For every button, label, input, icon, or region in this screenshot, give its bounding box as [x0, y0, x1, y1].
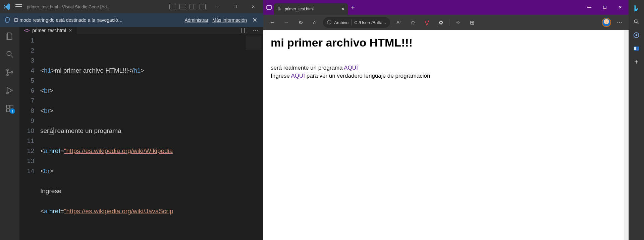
- line-no: 13: [19, 156, 34, 166]
- new-tab-button[interactable]: +: [348, 2, 358, 12]
- text: para ver un verdadero lenguaje de progra…: [305, 73, 430, 79]
- line-no: 7: [19, 96, 34, 106]
- line-no: 5: [19, 76, 34, 86]
- tab-close-icon[interactable]: ✕: [341, 7, 344, 11]
- vscode-logo-icon: [3, 3, 11, 11]
- line-no: 3: [19, 56, 34, 66]
- line-no: 10: [19, 126, 34, 136]
- favorite-button[interactable]: ✩: [407, 17, 418, 28]
- editor-tab[interactable]: <> primer_test.html ✕: [19, 27, 77, 34]
- titlebar-left: primer_test.html - Visual Studio Code [A…: [3, 3, 110, 11]
- page-scrollbar[interactable]: [624, 30, 629, 240]
- outlook-icon[interactable]: O: [632, 44, 641, 53]
- layout-bottom-icon[interactable]: [179, 4, 186, 9]
- svg-rect-8: [267, 5, 271, 9]
- line-no: 11: [19, 136, 34, 146]
- edge-toolbar: ← → ↻ ⌂ ⓘ Archivo C:/Users/Balta... A⁾ ✩…: [263, 15, 629, 30]
- url-type-label: Archivo: [334, 20, 348, 25]
- forward-button[interactable]: →: [281, 17, 292, 28]
- source-control-icon[interactable]: [5, 68, 14, 77]
- minimap[interactable]: [244, 34, 263, 240]
- tab-close-icon[interactable]: ✕: [69, 28, 72, 33]
- extensions-icon[interactable]: 1: [5, 104, 14, 113]
- link-aqui-2[interactable]: AQUÍ: [291, 73, 305, 79]
- run-debug-icon[interactable]: [5, 86, 14, 95]
- page-heading: mi primer archivo HTML!!!: [271, 36, 616, 49]
- vscode-main: 1 <> primer_test.html ✕ ⋯ ›Desktop ›one-…: [0, 27, 263, 240]
- svg-rect-5: [6, 105, 9, 108]
- edge-sidebar: O +: [629, 0, 644, 240]
- refresh-button[interactable]: ↻: [295, 17, 306, 28]
- svg-text:O: O: [635, 48, 636, 50]
- svg-rect-7: [6, 109, 9, 112]
- svg-point-0: [7, 51, 11, 56]
- divider: [449, 19, 449, 26]
- page-line-2: Ingrese AQUÍ para ver un verdadero lengu…: [271, 72, 616, 80]
- layout-grid-icon[interactable]: [200, 4, 206, 9]
- layout-right-icon[interactable]: [190, 4, 196, 9]
- vscode-titlebar: primer_test.html - Visual Studio Code [A…: [0, 0, 263, 13]
- split-editor-icon[interactable]: [241, 28, 247, 33]
- collections-button[interactable]: ⊞: [466, 17, 478, 28]
- minimize-button[interactable]: —: [582, 0, 597, 15]
- edge-main: 🗎 primer_test.html ✕ + — ☐ ✕ ← → ↻ ⌂ ⓘ A…: [263, 0, 629, 240]
- hamburger-menu-icon[interactable]: [15, 4, 22, 9]
- banner-moreinfo-link[interactable]: Más información: [212, 17, 247, 23]
- line-no: 2: [19, 46, 34, 56]
- banner-message: El modo restringido está destinado a la …: [14, 17, 181, 23]
- layout-left-icon[interactable]: [169, 4, 176, 9]
- maximize-button[interactable]: ☐: [228, 2, 243, 12]
- link-aqui-1[interactable]: AQUÍ: [344, 65, 358, 71]
- bing-icon[interactable]: [632, 4, 641, 13]
- close-window-button[interactable]: ✕: [612, 0, 628, 15]
- banner-close-button[interactable]: ✕: [251, 16, 259, 24]
- maximize-button[interactable]: ☐: [597, 0, 612, 15]
- editor-more-icon[interactable]: ⋯: [250, 27, 261, 34]
- text: Ingrese: [271, 73, 291, 79]
- minimize-button[interactable]: —: [210, 2, 224, 12]
- profile-avatar[interactable]: [602, 18, 611, 27]
- tab-sidebar-button[interactable]: [264, 2, 274, 12]
- svg-point-1: [7, 69, 8, 71]
- code-editor[interactable]: 1 2 3 4 5 6 7 8 9 10 11 12 13 14 <h1>mi …: [19, 34, 263, 240]
- pocket-icon[interactable]: ⋁: [421, 17, 432, 28]
- html-file-icon: <>: [24, 28, 30, 33]
- edge-window: 🗎 primer_test.html ✕ + — ☐ ✕ ← → ↻ ⌂ ⓘ A…: [263, 0, 644, 240]
- editor-area: <> primer_test.html ✕ ⋯ ›Desktop ›one-ba…: [19, 27, 263, 240]
- svg-rect-6: [10, 105, 13, 108]
- rendered-page: mi primer archivo HTML!!! será realmente…: [263, 30, 624, 240]
- browser-tab[interactable]: 🗎 primer_test.html ✕: [274, 3, 348, 15]
- window-title: primer_test.html - Visual Studio Code [A…: [27, 4, 110, 9]
- add-sidebar-button[interactable]: +: [632, 58, 641, 66]
- svg-point-10: [634, 20, 637, 23]
- shield-icon: [5, 17, 10, 23]
- page-wrapper: mi primer archivo HTML!!! será realmente…: [263, 30, 629, 240]
- close-window-button[interactable]: ✕: [246, 2, 261, 12]
- line-no: 1: [19, 35, 34, 46]
- line-no: 9: [19, 116, 34, 126]
- search-icon[interactable]: [632, 17, 641, 26]
- extensions-button[interactable]: ✿: [435, 17, 446, 28]
- browser-tab-label: primer_test.html: [285, 7, 314, 11]
- search-icon[interactable]: [5, 50, 14, 59]
- code-lines[interactable]: <h1>mi primer archivo HTML!!!</h1> <br> …: [40, 34, 263, 240]
- editor-tab-label: primer_test.html: [32, 28, 66, 33]
- line-no: 6: [19, 86, 34, 96]
- more-menu-button[interactable]: ⋯: [614, 17, 625, 28]
- extensions-badge: 1: [10, 108, 15, 114]
- back-button[interactable]: ←: [267, 17, 278, 28]
- info-icon: ⓘ: [327, 19, 331, 25]
- restricted-mode-banner: El modo restringido está destinado a la …: [0, 13, 263, 27]
- vscode-window: primer_test.html - Visual Studio Code [A…: [0, 0, 263, 240]
- copilot-icon[interactable]: [632, 31, 641, 39]
- line-no: 8: [19, 106, 34, 116]
- page-line-1: será realmente un programa AQUÍ: [271, 64, 616, 72]
- svg-point-2: [7, 74, 8, 76]
- favorites-bar-button[interactable]: ✧: [452, 17, 464, 28]
- explorer-icon[interactable]: [5, 31, 14, 41]
- banner-manage-link[interactable]: Administrar: [185, 17, 209, 23]
- url-path: C:/Users/Balta...: [354, 20, 386, 25]
- read-aloud-button[interactable]: A⁾: [393, 17, 404, 28]
- home-button[interactable]: ⌂: [309, 17, 320, 28]
- address-bar[interactable]: ⓘ Archivo C:/Users/Balta...: [323, 17, 390, 28]
